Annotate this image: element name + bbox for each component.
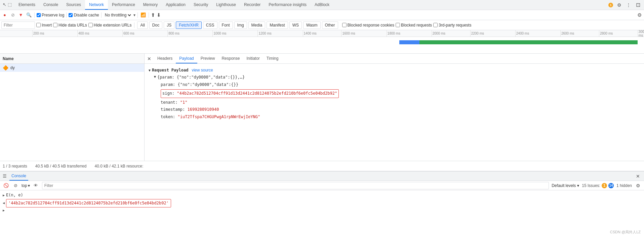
issue-badge-orange[interactable]: 1 bbox=[602, 183, 607, 188]
console-header: ☰ Console ✕ bbox=[0, 172, 644, 181]
sign-row-box: sign: "44b2ac782d512704cff91d13d2441c2d8… bbox=[161, 89, 339, 98]
download-button[interactable]: ⬇ bbox=[157, 12, 161, 18]
tab-performance[interactable]: Performance bbox=[108, 0, 139, 10]
tab-adblock[interactable]: AdBlock bbox=[311, 0, 333, 10]
timeline-ruler: 200 ms 400 ms 600 ms 800 ms 1000 ms 1200… bbox=[0, 30, 644, 37]
hide-data-urls-checkbox[interactable]: Hide data URLs bbox=[53, 23, 87, 28]
disable-cache-checkbox[interactable]: Disable cache bbox=[69, 13, 99, 17]
search-button[interactable]: 🔍 bbox=[26, 12, 32, 18]
tab-initiator[interactable]: Initiator bbox=[243, 54, 263, 63]
tab-console[interactable]: Console bbox=[39, 0, 62, 10]
timeline-mark-2600: 2600 ms bbox=[560, 30, 574, 37]
blocked-cookies-checkbox[interactable]: Blocked response cookies bbox=[342, 23, 394, 28]
tab-application[interactable]: Application bbox=[162, 0, 190, 10]
tab-elements[interactable]: Elements bbox=[14, 0, 39, 10]
tab-performance-insights[interactable]: Performance insights bbox=[265, 0, 311, 10]
blocked-requests-checkbox[interactable]: Blocked requests bbox=[396, 23, 432, 28]
tab-preview[interactable]: Preview bbox=[197, 54, 218, 63]
tab-security[interactable]: Security bbox=[190, 0, 212, 10]
filter-divider bbox=[134, 22, 134, 28]
filter-type-other[interactable]: Other bbox=[322, 21, 338, 29]
console-sidebar-icon[interactable]: ☰ bbox=[3, 174, 7, 179]
expand-root[interactable]: ▼ bbox=[154, 74, 156, 80]
tab-lighthouse[interactable]: Lighthouse bbox=[212, 0, 240, 10]
filter-input[interactable] bbox=[1, 21, 35, 29]
filter-button[interactable]: ▼ bbox=[17, 12, 24, 18]
console-row-1[interactable]: ▶ E(n, e) bbox=[3, 192, 641, 199]
filter-type-css[interactable]: CSS bbox=[203, 21, 217, 29]
tab-payload[interactable]: Payload bbox=[176, 54, 197, 63]
throttle-select[interactable]: No throttling Fast 3G Slow 3G Offline bbox=[104, 12, 132, 18]
issue-badge-blue[interactable]: 14 bbox=[608, 183, 614, 188]
tab-headers[interactable]: Headers bbox=[154, 54, 176, 63]
console-filter-input[interactable] bbox=[42, 182, 549, 189]
detail-content: ▼ Request Payload view source ▼ {param: … bbox=[145, 64, 644, 161]
list-item[interactable]: 🔶 dy bbox=[0, 64, 144, 72]
filter-type-wasm[interactable]: Wasm bbox=[303, 21, 321, 29]
timeline-mark-600: 600 ms bbox=[122, 30, 134, 37]
console-row-2[interactable]: ◀ '44b2ac782d512704cff91d13d2441c2d81240… bbox=[3, 199, 641, 208]
wifi-icon[interactable]: 📶 bbox=[140, 12, 147, 18]
collapse-triangle[interactable]: ▼ bbox=[149, 68, 151, 72]
filter-type-doc[interactable]: Doc bbox=[149, 21, 162, 29]
console-clear-button[interactable]: 🚫 bbox=[3, 182, 9, 189]
detail-close-button[interactable]: ✕ bbox=[146, 55, 153, 62]
payload-param-line: param: {"no":"dy0000","data":{}} bbox=[154, 81, 640, 89]
view-source-link[interactable]: view source bbox=[192, 68, 213, 73]
console-eye-button[interactable]: 👁 bbox=[33, 182, 39, 189]
settings-right-button[interactable]: ⚙ bbox=[636, 12, 643, 18]
status-requests: 1 / 3 requests bbox=[3, 164, 27, 169]
console-levels-select[interactable]: Default levels ▾ bbox=[552, 183, 579, 188]
invert-checkbox[interactable]: Invert bbox=[36, 23, 52, 28]
timeline-bar bbox=[399, 40, 638, 44]
filter-type-all[interactable]: All bbox=[137, 21, 148, 29]
console-settings-icon[interactable]: ⚙ bbox=[635, 182, 641, 189]
console-close-button[interactable]: ✕ bbox=[635, 173, 641, 180]
filter-type-js[interactable]: JS bbox=[164, 21, 174, 29]
tab-network[interactable]: Network bbox=[85, 0, 108, 10]
hidden-badge[interactable]: 1 hidden bbox=[616, 183, 632, 188]
payload-sign-line: sign: "44b2ac782d512704cff91d13d2441c2d8… bbox=[154, 89, 640, 98]
filter-type-fetch-xhr[interactable]: Fetch/XHR bbox=[176, 21, 202, 29]
record-button[interactable]: ● bbox=[1, 12, 8, 18]
tab-recorder[interactable]: Recorder bbox=[240, 0, 265, 10]
settings-gear-icon[interactable]: ⚙ bbox=[636, 12, 643, 18]
tab-response[interactable]: Response bbox=[218, 54, 243, 63]
console-text-1: E(n, e) bbox=[6, 192, 23, 199]
tab-memory[interactable]: Memory bbox=[139, 0, 162, 10]
console-row-3[interactable]: ▶ bbox=[3, 207, 641, 213]
timeline-mark-2400: 2400 ms bbox=[515, 30, 529, 37]
console-arrow-2: ◀ bbox=[3, 200, 5, 206]
stop-button[interactable]: ⊘ bbox=[9, 12, 16, 18]
disable-cache-input[interactable] bbox=[69, 13, 73, 17]
console-arrow-3: ▶ bbox=[3, 207, 5, 213]
filter-type-manifest[interactable]: Manifest bbox=[267, 21, 288, 29]
more-icon[interactable]: ⋮ bbox=[625, 2, 632, 8]
console-context-selector[interactable]: top ▾ bbox=[22, 183, 30, 188]
watermark: CSDN @局外人LZ bbox=[610, 230, 641, 235]
console-block-button[interactable]: ⊘ bbox=[12, 182, 19, 189]
tab-timing[interactable]: Timing bbox=[263, 54, 282, 63]
filter-type-font[interactable]: Font bbox=[219, 21, 233, 29]
tab-sources[interactable]: Sources bbox=[62, 0, 85, 10]
filter-type-ws[interactable]: WS bbox=[289, 21, 302, 29]
timeline-bar-blue bbox=[399, 40, 419, 44]
hide-extension-urls-checkbox[interactable]: Hide extension URLs bbox=[88, 23, 132, 28]
detail-panel: ✕ Headers Payload Preview Response Initi… bbox=[145, 54, 644, 161]
console-tab-label[interactable]: Console bbox=[9, 172, 28, 181]
filter-type-img[interactable]: Img bbox=[234, 21, 247, 29]
preserve-log-checkbox[interactable]: Preserve log bbox=[37, 13, 64, 17]
timeline-mark-2800: 2800 ms bbox=[599, 30, 613, 37]
dock-icon[interactable]: ⊡ bbox=[635, 2, 641, 8]
divider-2 bbox=[66, 12, 67, 18]
timeline-body bbox=[0, 37, 644, 54]
third-party-checkbox[interactable]: 3rd-party requests bbox=[433, 23, 471, 28]
upload-button[interactable]: ⬆ bbox=[151, 12, 155, 18]
network-toolbar: ● ⊘ ▼ 🔍 Preserve log Disable cache No th… bbox=[0, 10, 644, 20]
filter-type-media[interactable]: Media bbox=[248, 21, 266, 29]
preserve-log-input[interactable] bbox=[37, 13, 41, 17]
settings-icon[interactable]: ⚙ bbox=[616, 2, 622, 8]
notification-badge: 1 bbox=[608, 3, 613, 7]
throttle-arrow[interactable]: ▾ bbox=[133, 13, 135, 17]
top-tab-bar: ↖ ⬚ Elements Console Sources Network Per… bbox=[0, 0, 644, 10]
